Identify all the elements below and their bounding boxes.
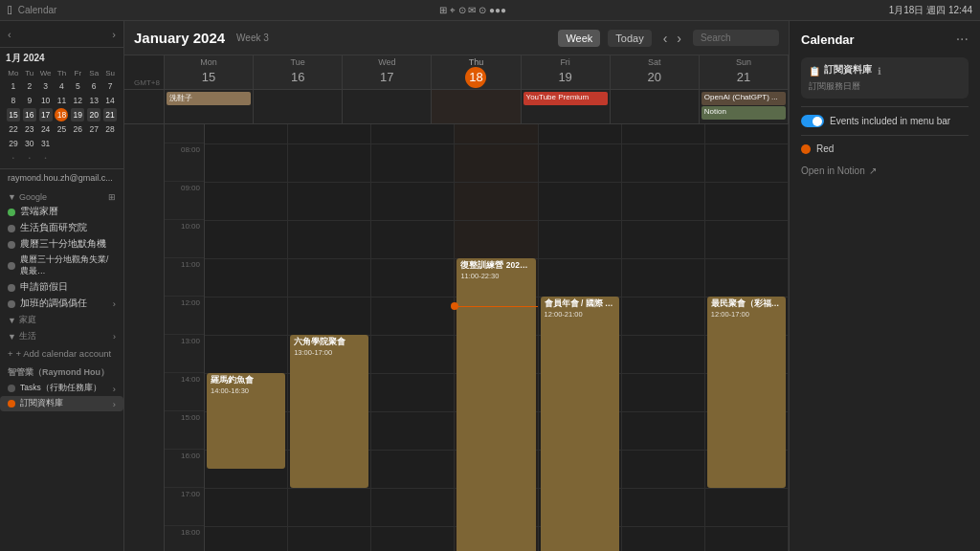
mini-calendar: 1月 2024 Mo Tu We Th Fr Sa Su 1 2 3 4 5 6…: [0, 48, 123, 168]
apple-icon: : [8, 3, 12, 17]
top-bar-center: ⊞ ⌖ ⊙ ✉ ⊙ ●●●: [439, 5, 506, 16]
hour-line: [539, 143, 621, 144]
event-fri-1[interactable]: 會員年會 / 國際 13:30 集合 12:00-21:00: [541, 297, 619, 551]
mini-cal-day[interactable]: 15: [7, 108, 20, 121]
allday-event-mon[interactable]: 洗鞋子: [167, 92, 251, 105]
day-header-sat: Sat 20: [611, 55, 700, 89]
notion-subscriptions[interactable]: 訂閱資料庫 ›: [0, 396, 123, 411]
mini-cal-day: •: [23, 151, 36, 165]
mini-cal-day[interactable]: 2: [23, 79, 36, 93]
allday-event-fri[interactable]: YouTube Premium: [523, 92, 608, 105]
subscription-item[interactable]: 📋 訂閱資料庫 ℹ 訂閱服務日曆: [801, 57, 969, 99]
mini-cal-day[interactable]: 4: [55, 79, 68, 93]
event-sun-1[interactable]: 最民聚會（彩福阿哲鄰） 12:00-17:00: [707, 297, 786, 488]
allday-event-sun-openai[interactable]: OpenAI (ChatGPT) ...: [702, 92, 786, 105]
mini-cal-day[interactable]: [103, 137, 117, 150]
hour-line: [455, 143, 537, 144]
mini-cal-day[interactable]: 31: [39, 137, 53, 150]
mini-cal-day[interactable]: 5: [71, 79, 84, 93]
mini-cal-day[interactable]: 22: [7, 122, 20, 136]
mini-cal-day[interactable]: 6: [87, 79, 100, 93]
mini-cal-day[interactable]: 20: [87, 108, 100, 121]
allday-cell-sun: OpenAI (ChatGPT) ... Notion: [700, 90, 789, 123]
mini-cal-day[interactable]: 11: [55, 94, 68, 107]
cal-item-2[interactable]: 生活負面研究院: [0, 220, 123, 236]
cal-dot: [8, 385, 15, 392]
mini-cal-day[interactable]: 26: [71, 122, 84, 136]
time-label: 12:00: [165, 297, 204, 335]
mini-cal-day[interactable]: 12: [71, 94, 84, 107]
cal-dot: [8, 241, 15, 249]
mini-cal-day[interactable]: 7: [103, 79, 117, 93]
hour-line: [539, 182, 621, 183]
allday-event-sun-notion[interactable]: Notion: [702, 106, 786, 120]
add-calendar-btn[interactable]: + + Add calendar account: [0, 344, 123, 363]
mini-cal-today[interactable]: 18: [55, 108, 68, 121]
event-mon-1[interactable]: 羅馬釣魚會 14:00-16:30: [207, 373, 285, 469]
hour-line: [622, 335, 704, 336]
mini-cal-day[interactable]: 25: [55, 122, 68, 136]
hour-line: [371, 526, 454, 527]
time-label: 07:00: [165, 124, 204, 143]
chevron-icon: ▼: [8, 192, 16, 202]
plus-icon: +: [8, 348, 13, 359]
mini-cal-day[interactable]: 27: [87, 122, 100, 136]
week-view-btn[interactable]: Week: [558, 30, 600, 47]
subscription-subtitle: 訂閱服務日曆: [809, 80, 961, 93]
cal-item-1[interactable]: 雲端家曆: [0, 204, 123, 220]
mini-cal-day[interactable]: 21: [103, 108, 117, 121]
cal-dot: [8, 300, 15, 308]
mini-cal-day: •: [39, 151, 53, 165]
cal-item-6[interactable]: 加班的調僞僞任 ›: [0, 296, 123, 312]
hour-line: [705, 182, 788, 183]
today-btn[interactable]: Today: [608, 30, 651, 47]
mini-cal-day[interactable]: [71, 137, 84, 150]
mini-cal-day[interactable]: 13: [87, 94, 100, 107]
google-icon: ⊞: [108, 192, 116, 202]
mini-cal-day[interactable]: 8: [7, 94, 20, 107]
prev-week-btn[interactable]: ‹: [659, 29, 672, 48]
mini-cal-day[interactable]: 14: [103, 94, 117, 107]
search-input[interactable]: [693, 30, 779, 46]
mini-cal-day[interactable]: 28: [103, 122, 117, 136]
mini-cal-day[interactable]: 3: [39, 79, 53, 93]
legend-dot-red: [801, 144, 811, 154]
mini-cal-day[interactable]: 29: [7, 137, 20, 150]
mini-cal-day[interactable]: 1: [7, 79, 20, 93]
cal-item-4[interactable]: 農曆三十分地觀角失業/農最…: [0, 253, 123, 279]
mini-cal-dow-sa: Sa: [86, 68, 101, 78]
day-col-sat: [622, 124, 705, 551]
hour-line: [622, 143, 704, 144]
sidebar-nav-next[interactable]: ›: [112, 29, 116, 40]
mini-cal-day[interactable]: 19: [71, 108, 84, 121]
open-notion-link[interactable]: Open in Notion ↗: [801, 165, 969, 176]
sidebar-nav-prev[interactable]: ‹: [8, 29, 11, 40]
day-col-wed: [371, 124, 455, 551]
mini-cal-day[interactable]: 17: [39, 108, 53, 121]
allday-gutter: [124, 90, 164, 124]
event-thu-1[interactable]: 復整訓練營 2024 第二週 11:00-22:30: [457, 258, 535, 551]
mini-cal-day[interactable]: 10: [39, 94, 53, 107]
mini-cal-day[interactable]: 30: [23, 137, 36, 150]
mini-cal-day[interactable]: 9: [23, 94, 36, 107]
next-week-btn[interactable]: ›: [673, 29, 685, 48]
day-header-mon: Mon 15: [165, 55, 254, 89]
notion-section-header: 智管業（Raymond Hou）: [0, 363, 123, 381]
mini-cal-day[interactable]: 23: [23, 122, 36, 136]
event-tue-1[interactable]: 六角學院聚會 13:00-17:00: [290, 335, 368, 488]
right-panel-more-btn[interactable]: ···: [956, 31, 969, 48]
toggle-menu-bar[interactable]: [801, 115, 824, 127]
mini-cal-day[interactable]: 24: [39, 122, 53, 136]
cal-dot: [8, 400, 15, 408]
mini-cal-day[interactable]: [87, 137, 100, 150]
time-label: 08:00: [165, 143, 204, 182]
cal-item-3[interactable]: 農曆三十分地默角機: [0, 236, 123, 253]
mini-cal-day[interactable]: [55, 137, 68, 150]
days-header: Mon 15 Tue 16 Wed 17 Thu 18: [165, 55, 789, 90]
days-scroll[interactable]: 01:0002:0003:0004:0005:0006:0007:0008:00…: [165, 124, 789, 551]
cal-item-5[interactable]: 申請節假日: [0, 279, 123, 296]
hour-line: [288, 297, 370, 298]
time-label: 16:00: [165, 450, 204, 488]
notion-tasks[interactable]: Tasks（行動任務庫） ›: [0, 381, 123, 396]
mini-cal-day[interactable]: 16: [23, 108, 36, 121]
